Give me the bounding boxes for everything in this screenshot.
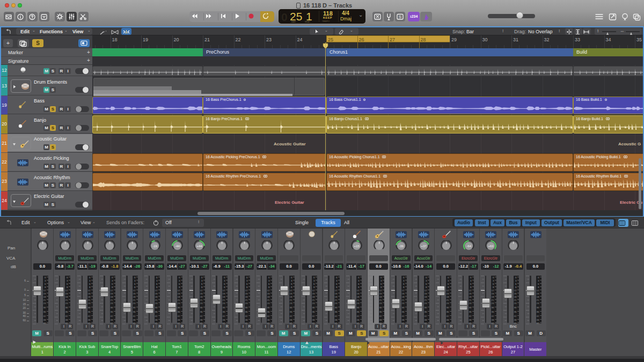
svg-text:-64: -64 xyxy=(466,245,471,248)
svg-text:+44: +44 xyxy=(197,245,203,248)
svg-text:S: S xyxy=(399,14,401,19)
svg-text:-44: -44 xyxy=(175,245,180,248)
svg-text:+63: +63 xyxy=(488,245,494,248)
svg-text:+15: +15 xyxy=(354,245,360,248)
svg-text:-19: -19 xyxy=(152,245,157,248)
svg-text:+37: +37 xyxy=(421,245,427,248)
svg-text:-39: -39 xyxy=(399,245,404,248)
